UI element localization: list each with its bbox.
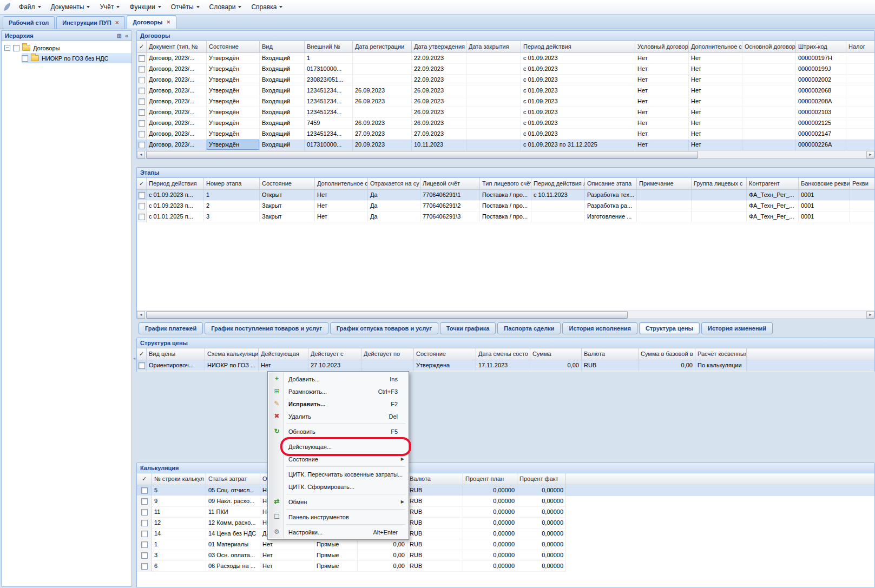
menu-item-15[interactable]: ☐Панель инструментов bbox=[269, 511, 407, 523]
row-select-cell[interactable] bbox=[137, 53, 147, 64]
column-header-8[interactable]: Условный договор bbox=[635, 41, 689, 53]
column-header-6[interactable]: Дата закрытия bbox=[466, 41, 521, 53]
column-header-0[interactable]: Период действия bbox=[147, 178, 204, 190]
table-row-5[interactable]: Договор, 2023/...УтверждёнВходящий123451… bbox=[137, 107, 874, 118]
column-header-4[interactable]: Отражается на су bbox=[368, 178, 420, 190]
row-select-cell[interactable] bbox=[137, 201, 147, 212]
table-row-1[interactable]: с 01.09.2023 п...2ЗакрытНетДа7706406291\… bbox=[137, 201, 874, 212]
row-checkbox[interactable] bbox=[139, 203, 145, 209]
column-header-3[interactable]: Дополнительное с bbox=[315, 178, 368, 190]
column-header-1[interactable]: Номер этапа bbox=[204, 178, 260, 190]
table-row-4[interactable]: 1414 Цена без НДСДаRUB0,000000,00000 bbox=[137, 528, 874, 539]
row-select-cell[interactable] bbox=[137, 190, 147, 201]
column-header-7[interactable]: Период действия л bbox=[531, 178, 585, 190]
column-header-5[interactable]: Состояние bbox=[414, 348, 476, 360]
row-select-cell[interactable] bbox=[137, 75, 147, 85]
menu-item-11[interactable]: ЦИТК. Сформировать... bbox=[269, 480, 407, 493]
table-row-6[interactable]: 303 Осн. оплата...НетПрямые0,00RUB0,0000… bbox=[137, 550, 874, 561]
table-row-1[interactable]: 909 Накл. расхо...НетRUB0,000000,00000 bbox=[137, 496, 874, 507]
column-header-9[interactable]: Сумма в базовой в bbox=[639, 348, 695, 360]
tree-node-0[interactable]: Договоры bbox=[2, 43, 131, 53]
close-icon[interactable] bbox=[166, 20, 170, 25]
row-checkbox[interactable] bbox=[139, 109, 145, 116]
column-header-2[interactable]: Действующая bbox=[259, 348, 308, 360]
row-checkbox[interactable] bbox=[139, 55, 145, 62]
table-row-0[interactable]: с 01.09.2023 п...1ОткрытНетДа7706406291\… bbox=[137, 190, 874, 201]
column-header-5[interactable]: Валюта bbox=[407, 473, 463, 485]
column-header-12[interactable]: Налог bbox=[846, 41, 874, 53]
column-header-3[interactable]: Внешний № bbox=[305, 41, 353, 53]
column-header-7[interactable]: Процент факт bbox=[517, 473, 566, 485]
subtab-3[interactable]: Точки графика bbox=[440, 322, 496, 334]
select-column-header[interactable]: ✓ bbox=[137, 348, 147, 360]
table-row-3[interactable]: Договор, 2023/...УтверждёнВходящий123451… bbox=[137, 85, 874, 96]
menu-item-2[interactable]: ✎Исправить...F2 bbox=[269, 398, 407, 410]
subtab-4[interactable]: Паспорта сделки bbox=[497, 322, 561, 334]
column-header-11[interactable]: Контрагент bbox=[747, 178, 799, 190]
scroll-right-icon[interactable] bbox=[866, 151, 874, 158]
row-select-cell[interactable] bbox=[137, 129, 147, 140]
collapse-left-icon[interactable]: « bbox=[125, 32, 128, 41]
splitter-collapse-handle[interactable] bbox=[132, 351, 136, 367]
table-row-0[interactable]: Договор, 2023/...УтверждёнВходящий122.09… bbox=[137, 53, 874, 64]
column-header-12[interactable]: Банковские реквиз bbox=[799, 178, 850, 190]
row-select-cell[interactable] bbox=[137, 360, 147, 371]
select-column-header[interactable]: ✓ bbox=[137, 41, 147, 53]
column-header-1[interactable]: Статья затрат bbox=[206, 473, 260, 485]
column-header-10[interactable]: Основной договор bbox=[742, 41, 796, 53]
row-select-cell[interactable] bbox=[137, 107, 147, 118]
row-checkbox[interactable] bbox=[139, 77, 145, 83]
row-checkbox[interactable] bbox=[139, 120, 145, 127]
table-row-3[interactable]: 1212 Комм. расхо...НетRUB0,000000,00000 bbox=[137, 518, 874, 528]
tab-2[interactable]: Договоры bbox=[127, 15, 176, 29]
column-header-6[interactable]: Дата смены состо bbox=[476, 348, 530, 360]
scroll-left-icon[interactable] bbox=[137, 311, 145, 319]
column-header-2[interactable]: Состояние bbox=[260, 178, 315, 190]
table-row-8[interactable]: Договор, 2023/...УтверждёнВходящий017310… bbox=[137, 140, 874, 150]
menubar-item-2[interactable]: Учёт bbox=[95, 1, 124, 13]
menubar-item-1[interactable]: Документы bbox=[46, 1, 95, 13]
row-select-cell[interactable] bbox=[137, 518, 152, 528]
column-header-9[interactable]: Дополнительное с bbox=[689, 41, 742, 53]
menubar-item-4[interactable]: Отчёты bbox=[166, 1, 205, 13]
row-select-cell[interactable] bbox=[137, 118, 147, 129]
table-row-7[interactable]: 606 Расходы на ...НетПрямые0,00RUB0,0000… bbox=[137, 561, 874, 572]
row-checkbox[interactable] bbox=[139, 131, 145, 137]
subtab-6[interactable]: Структура цены bbox=[639, 322, 700, 334]
row-checkbox[interactable] bbox=[141, 552, 148, 559]
row-checkbox[interactable] bbox=[139, 66, 145, 72]
tree-node-1[interactable]: НИОКР по ГОЗ без НДС bbox=[2, 53, 131, 63]
column-header-4[interactable]: Действует по bbox=[361, 348, 414, 360]
row-checkbox[interactable] bbox=[141, 531, 148, 537]
table-row-6[interactable]: Договор, 2023/...УтверждёнВходящий745926… bbox=[137, 118, 874, 129]
column-header-10[interactable]: Расчёт косвенных bbox=[695, 348, 747, 360]
row-checkbox[interactable] bbox=[139, 192, 145, 199]
select-column-header[interactable]: ✓ bbox=[137, 178, 147, 190]
menubar-item-3[interactable]: Функции bbox=[124, 1, 166, 13]
column-header-0[interactable]: Документ (тип, № bbox=[147, 41, 207, 53]
menu-item-7[interactable]: Действующая... bbox=[269, 440, 407, 453]
row-select-cell[interactable] bbox=[137, 212, 147, 222]
column-header-13[interactable]: Рекви bbox=[850, 178, 874, 190]
row-select-cell[interactable] bbox=[137, 561, 152, 572]
menu-item-5[interactable]: ↻ОбновитьF5 bbox=[269, 425, 407, 438]
row-select-cell[interactable] bbox=[137, 485, 152, 496]
column-header-0[interactable]: № строки калькул bbox=[152, 473, 206, 485]
tree-checkbox[interactable] bbox=[13, 45, 19, 51]
column-header-5[interactable]: Дата утверждения bbox=[412, 41, 466, 53]
row-select-cell[interactable] bbox=[137, 539, 152, 550]
column-header-2[interactable]: Вид bbox=[260, 41, 305, 53]
menubar-item-5[interactable]: Словари bbox=[205, 1, 247, 13]
table-row-0[interactable]: Ориентировоч...НИОКР по ГОЗ ...Нет27.10.… bbox=[137, 360, 874, 371]
tab-0[interactable]: Рабочий стол bbox=[3, 16, 55, 29]
table-row-0[interactable]: 505 Соц. отчисл...НетRUB0,000000,00000 bbox=[137, 485, 874, 496]
subtab-1[interactable]: График поступления товаров и услуг bbox=[205, 322, 328, 334]
scroll-left-icon[interactable] bbox=[137, 151, 145, 158]
row-select-cell[interactable] bbox=[137, 528, 152, 539]
tree-checkbox[interactable] bbox=[22, 55, 28, 62]
close-icon[interactable] bbox=[115, 21, 120, 25]
scrollbar-thumb[interactable] bbox=[146, 311, 628, 319]
menu-item-17[interactable]: ⚙Настройки...Alt+Enter bbox=[269, 526, 407, 538]
column-header-1[interactable]: Состояние bbox=[207, 41, 260, 53]
row-checkbox[interactable] bbox=[141, 563, 148, 570]
